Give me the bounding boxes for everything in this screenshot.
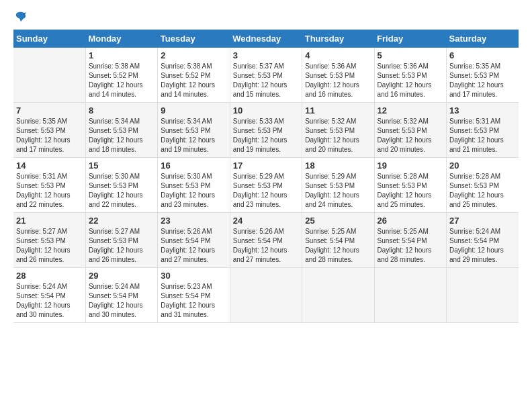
day-info: Sunrise: 5:25 AMSunset: 5:54 PMDaylight:… [378, 227, 443, 265]
day-number: 2 [161, 50, 226, 60]
day-info: Sunrise: 5:38 AMSunset: 5:52 PMDaylight:… [161, 62, 226, 99]
day-info: Sunrise: 5:24 AMSunset: 5:54 PMDaylight:… [16, 282, 83, 320]
calendar-cell: 8Sunrise: 5:34 AMSunset: 5:53 PMDaylight… [85, 103, 157, 158]
day-info: Sunrise: 5:34 AMSunset: 5:53 PMDaylight:… [161, 117, 226, 154]
calendar-cell: 14Sunrise: 5:31 AMSunset: 5:53 PMDayligh… [13, 158, 85, 213]
day-info: Sunrise: 5:30 AMSunset: 5:53 PMDaylight:… [89, 172, 154, 210]
day-number: 9 [161, 105, 226, 116]
calendar-cell: 9Sunrise: 5:34 AMSunset: 5:53 PMDaylight… [158, 103, 230, 158]
calendar-header-row: SundayMondayTuesdayWednesdayThursdayFrid… [13, 30, 519, 48]
week-row-3: 14Sunrise: 5:31 AMSunset: 5:53 PMDayligh… [13, 158, 519, 213]
calendar-cell: 16Sunrise: 5:30 AMSunset: 5:53 PMDayligh… [158, 158, 230, 213]
day-number: 20 [449, 161, 516, 171]
day-number: 5 [378, 50, 443, 60]
day-info: Sunrise: 5:32 AMSunset: 5:53 PMDaylight:… [378, 117, 443, 154]
day-number: 4 [305, 50, 371, 60]
day-info: Sunrise: 5:31 AMSunset: 5:53 PMDaylight:… [449, 117, 516, 154]
calendar-cell: 13Sunrise: 5:31 AMSunset: 5:53 PMDayligh… [447, 103, 519, 158]
day-info: Sunrise: 5:25 AMSunset: 5:54 PMDaylight:… [305, 227, 371, 265]
calendar-cell: 12Sunrise: 5:32 AMSunset: 5:53 PMDayligh… [374, 103, 446, 158]
day-info: Sunrise: 5:26 AMSunset: 5:54 PMDaylight:… [233, 227, 299, 265]
day-number: 18 [305, 161, 371, 171]
header-saturday: Saturday [447, 30, 519, 48]
day-number: 1 [89, 50, 154, 60]
calendar-cell: 2Sunrise: 5:38 AMSunset: 5:52 PMDaylight… [158, 48, 230, 103]
calendar-cell: 25Sunrise: 5:25 AMSunset: 5:54 PMDayligh… [302, 213, 374, 268]
logo-bird-icon [15, 11, 27, 23]
day-info: Sunrise: 5:27 AMSunset: 5:53 PMDaylight:… [89, 227, 154, 265]
calendar-cell: 17Sunrise: 5:29 AMSunset: 5:53 PMDayligh… [230, 158, 302, 213]
calendar-cell: 1Sunrise: 5:38 AMSunset: 5:52 PMDaylight… [85, 48, 157, 103]
calendar-cell: 15Sunrise: 5:30 AMSunset: 5:53 PMDayligh… [85, 158, 157, 213]
day-info: Sunrise: 5:29 AMSunset: 5:53 PMDaylight:… [233, 172, 299, 210]
day-info: Sunrise: 5:27 AMSunset: 5:53 PMDaylight:… [16, 227, 83, 265]
calendar-cell [302, 268, 374, 323]
day-number: 7 [16, 105, 83, 116]
calendar-cell: 10Sunrise: 5:33 AMSunset: 5:53 PMDayligh… [230, 103, 302, 158]
calendar-cell: 19Sunrise: 5:28 AMSunset: 5:53 PMDayligh… [374, 158, 446, 213]
calendar-cell: 23Sunrise: 5:26 AMSunset: 5:54 PMDayligh… [158, 213, 230, 268]
header-monday: Monday [85, 30, 157, 48]
day-info: Sunrise: 5:28 AMSunset: 5:53 PMDaylight:… [449, 172, 516, 210]
day-number: 13 [449, 105, 516, 116]
day-number: 12 [378, 105, 443, 116]
calendar-cell [447, 268, 519, 323]
calendar-table: SundayMondayTuesdayWednesdayThursdayFrid… [13, 30, 519, 323]
day-number: 14 [16, 161, 83, 171]
header-tuesday: Tuesday [158, 30, 230, 48]
week-row-5: 28Sunrise: 5:24 AMSunset: 5:54 PMDayligh… [13, 268, 519, 323]
calendar-cell [230, 268, 302, 323]
day-info: Sunrise: 5:23 AMSunset: 5:54 PMDaylight:… [161, 282, 226, 320]
day-number: 26 [378, 216, 443, 226]
calendar-cell: 18Sunrise: 5:29 AMSunset: 5:53 PMDayligh… [302, 158, 374, 213]
day-info: Sunrise: 5:35 AMSunset: 5:53 PMDaylight:… [16, 117, 83, 154]
day-number: 23 [161, 216, 226, 226]
day-info: Sunrise: 5:24 AMSunset: 5:54 PMDaylight:… [89, 282, 154, 320]
calendar-cell: 20Sunrise: 5:28 AMSunset: 5:53 PMDayligh… [447, 158, 519, 213]
day-info: Sunrise: 5:38 AMSunset: 5:52 PMDaylight:… [89, 62, 154, 99]
day-number: 28 [16, 271, 83, 281]
calendar-cell: 27Sunrise: 5:24 AMSunset: 5:54 PMDayligh… [447, 213, 519, 268]
calendar-cell: 6Sunrise: 5:35 AMSunset: 5:53 PMDaylight… [447, 48, 519, 103]
calendar-cell: 28Sunrise: 5:24 AMSunset: 5:54 PMDayligh… [13, 268, 85, 323]
day-number: 8 [89, 105, 154, 116]
calendar-cell: 29Sunrise: 5:24 AMSunset: 5:54 PMDayligh… [85, 268, 157, 323]
day-number: 27 [449, 216, 516, 226]
day-info: Sunrise: 5:36 AMSunset: 5:53 PMDaylight:… [305, 62, 371, 99]
day-number: 25 [305, 216, 371, 226]
week-row-4: 21Sunrise: 5:27 AMSunset: 5:53 PMDayligh… [13, 213, 519, 268]
page-header [13, 13, 519, 23]
day-info: Sunrise: 5:24 AMSunset: 5:54 PMDaylight:… [449, 227, 516, 265]
day-info: Sunrise: 5:37 AMSunset: 5:53 PMDaylight:… [233, 62, 299, 99]
calendar-cell: 7Sunrise: 5:35 AMSunset: 5:53 PMDaylight… [13, 103, 85, 158]
day-number: 10 [233, 105, 299, 116]
day-number: 11 [305, 105, 371, 116]
calendar-cell: 5Sunrise: 5:36 AMSunset: 5:53 PMDaylight… [374, 48, 446, 103]
header-friday: Friday [374, 30, 446, 48]
calendar-cell: 30Sunrise: 5:23 AMSunset: 5:54 PMDayligh… [158, 268, 230, 323]
day-number: 22 [89, 216, 154, 226]
day-number: 21 [16, 216, 83, 226]
day-info: Sunrise: 5:34 AMSunset: 5:53 PMDaylight:… [89, 117, 154, 154]
calendar-cell: 22Sunrise: 5:27 AMSunset: 5:53 PMDayligh… [85, 213, 157, 268]
day-number: 15 [89, 161, 154, 171]
logo [13, 13, 27, 23]
calendar-cell: 11Sunrise: 5:32 AMSunset: 5:53 PMDayligh… [302, 103, 374, 158]
day-number: 16 [161, 161, 226, 171]
day-info: Sunrise: 5:35 AMSunset: 5:53 PMDaylight:… [449, 62, 516, 99]
day-number: 29 [89, 271, 154, 281]
day-number: 3 [233, 50, 299, 60]
day-number: 30 [161, 271, 226, 281]
calendar-cell: 26Sunrise: 5:25 AMSunset: 5:54 PMDayligh… [374, 213, 446, 268]
header-thursday: Thursday [302, 30, 374, 48]
calendar-cell: 24Sunrise: 5:26 AMSunset: 5:54 PMDayligh… [230, 213, 302, 268]
header-wednesday: Wednesday [230, 30, 302, 48]
day-number: 6 [449, 50, 516, 60]
calendar-cell: 4Sunrise: 5:36 AMSunset: 5:53 PMDaylight… [302, 48, 374, 103]
day-info: Sunrise: 5:29 AMSunset: 5:53 PMDaylight:… [305, 172, 371, 210]
week-row-1: 1Sunrise: 5:38 AMSunset: 5:52 PMDaylight… [13, 48, 519, 103]
day-info: Sunrise: 5:28 AMSunset: 5:53 PMDaylight:… [378, 172, 443, 210]
day-info: Sunrise: 5:36 AMSunset: 5:53 PMDaylight:… [378, 62, 443, 99]
day-info: Sunrise: 5:26 AMSunset: 5:54 PMDaylight:… [161, 227, 226, 265]
calendar-cell: 21Sunrise: 5:27 AMSunset: 5:53 PMDayligh… [13, 213, 85, 268]
